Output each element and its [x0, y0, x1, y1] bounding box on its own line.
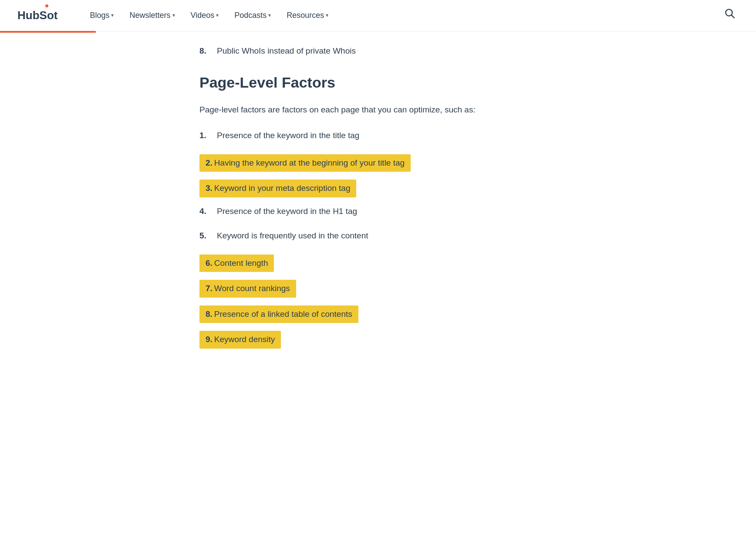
search-icon[interactable]: [720, 3, 739, 27]
chevron-down-icon: ▾: [111, 11, 114, 20]
highlight-box: 7. Word count rankings: [199, 280, 296, 298]
item-number: 3.: [206, 182, 213, 195]
item-text: Presence of the keyword in the title tag: [217, 129, 359, 142]
item-text: Keyword density: [214, 333, 275, 346]
list-item: 4. Presence of the keyword in the H1 tag: [199, 205, 557, 218]
section-intro: Page-level factors are factors on each p…: [199, 103, 557, 116]
item-text: Word count rankings: [214, 282, 290, 295]
item-number: 4.: [199, 205, 213, 218]
nav-resources[interactable]: Resources ▾: [280, 6, 334, 25]
nav-blogs[interactable]: Blogs ▾: [84, 6, 120, 25]
section-heading: Page-Level Factors: [199, 71, 557, 94]
highlight-box: 8. Presence of a linked table of content…: [199, 305, 358, 323]
item-text: Having the keyword at the beginning of y…: [214, 157, 405, 170]
item-text: Presence of a linked table of contents: [214, 308, 352, 321]
item-number: 8.: [206, 308, 213, 321]
list-item: 5. Keyword is frequently used in the con…: [199, 230, 557, 242]
highlight-box: 6. Content length: [199, 255, 274, 272]
item-number: 7.: [206, 282, 213, 295]
list-item: 3. Keyword in your meta description tag: [199, 180, 557, 197]
item-number: 1.: [199, 129, 213, 142]
item-text: Keyword is frequently used in the conten…: [217, 230, 368, 242]
nav-links: Blogs ▾ Newsletters ▾ Videos ▾ Podcasts …: [84, 6, 720, 25]
chevron-down-icon: ▾: [172, 11, 175, 20]
chevron-down-icon: ▾: [216, 11, 219, 20]
list-item: 6. Content length: [199, 255, 557, 272]
list-item: 8. Public WhoIs instead of private Whois: [199, 44, 557, 58]
item-number: 5.: [199, 230, 213, 242]
item-text: Public WhoIs instead of private Whois: [217, 44, 356, 58]
list-item: 1. Presence of the keyword in the title …: [199, 129, 557, 142]
svg-line-1: [732, 15, 734, 18]
page-level-list: 1. Presence of the keyword in the title …: [199, 129, 557, 356]
list-item: 2. Having the keyword at the beginning o…: [199, 154, 557, 172]
logo-text: HubSot: [17, 7, 57, 25]
highlight-box: 2. Having the keyword at the beginning o…: [199, 154, 411, 172]
highlight-box: 9. Keyword density: [199, 331, 281, 349]
item-text: Presence of the keyword in the H1 tag: [217, 205, 357, 218]
list-item: 9. Keyword density: [199, 331, 557, 349]
item-text: Content length: [214, 257, 268, 270]
list-item: 8. Presence of a linked table of content…: [199, 305, 557, 323]
highlight-box: 3. Keyword in your meta description tag: [199, 180, 356, 197]
chevron-down-icon: ▾: [268, 11, 271, 20]
content-area: 8. Public WhoIs instead of private Whois…: [182, 31, 574, 383]
item-number: 2.: [206, 157, 213, 170]
item-number: 9.: [206, 333, 213, 346]
list-item: 7. Word count rankings: [199, 280, 557, 298]
chevron-down-icon: ▾: [326, 11, 328, 20]
item-number: 8.: [199, 44, 213, 58]
item-text: Keyword in your meta description tag: [214, 182, 351, 195]
nav-videos[interactable]: Videos ▾: [185, 6, 225, 25]
logo[interactable]: HubSot: [17, 7, 57, 25]
navbar: HubSot Blogs ▾ Newsletters ▾ Videos ▾ Po…: [0, 0, 756, 31]
item-number: 6.: [206, 257, 213, 270]
nav-podcasts[interactable]: Podcasts ▾: [228, 6, 277, 25]
nav-newsletters[interactable]: Newsletters ▾: [123, 6, 181, 25]
